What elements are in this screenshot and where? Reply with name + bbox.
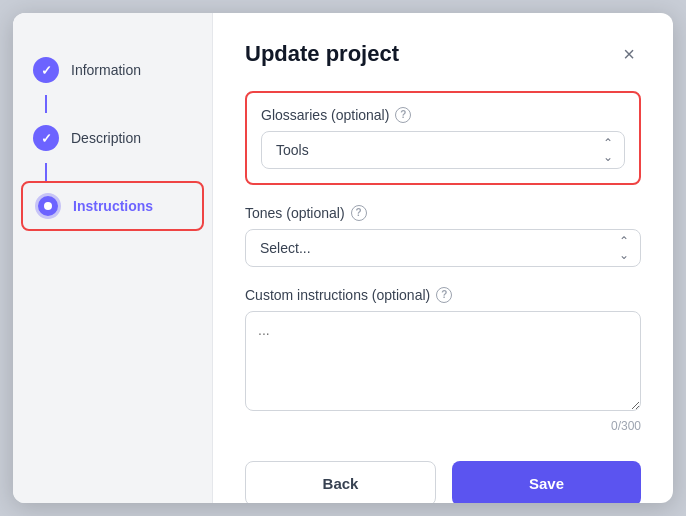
custom-instructions-section: Custom instructions (optional) ? 0/300	[245, 287, 641, 433]
sidebar-item-instructions[interactable]: Instructions	[21, 181, 204, 231]
sidebar-label-description: Description	[71, 130, 141, 146]
tones-label-text: Tones (optional)	[245, 205, 345, 221]
glossaries-label-text: Glossaries (optional)	[261, 107, 389, 123]
step-connector-1	[45, 95, 47, 113]
tones-select[interactable]: Select...	[245, 229, 641, 267]
sidebar-item-description[interactable]: ✓ Description	[13, 113, 212, 163]
main-content: Update project × Glossaries (optional) ?…	[213, 13, 673, 503]
glossaries-help-icon[interactable]: ?	[395, 107, 411, 123]
modal-footer: Back Save	[245, 453, 641, 503]
glossaries-select-wrapper: Tools ⌃⌄	[261, 131, 625, 169]
close-button[interactable]: ×	[617, 42, 641, 66]
step-connector-2	[45, 163, 47, 181]
tones-label: Tones (optional) ?	[245, 205, 641, 221]
modal-header: Update project ×	[245, 41, 641, 67]
step-icon-instructions	[35, 193, 61, 219]
custom-instructions-label: Custom instructions (optional) ?	[245, 287, 641, 303]
glossaries-section: Glossaries (optional) ? Tools ⌃⌄	[245, 91, 641, 185]
glossaries-label: Glossaries (optional) ?	[261, 107, 625, 123]
custom-instructions-label-text: Custom instructions (optional)	[245, 287, 430, 303]
glossaries-select[interactable]: Tools	[261, 131, 625, 169]
sidebar: ✓ Information ✓ Description Instructions	[13, 13, 213, 503]
sidebar-label-instructions: Instructions	[73, 198, 153, 214]
tones-section: Tones (optional) ? Select... ⌃⌄	[245, 205, 641, 267]
sidebar-item-information[interactable]: ✓ Information	[13, 45, 212, 95]
sidebar-label-information: Information	[71, 62, 141, 78]
tones-help-icon[interactable]: ?	[351, 205, 367, 221]
tones-select-wrapper: Select... ⌃⌄	[245, 229, 641, 267]
save-button[interactable]: Save	[452, 461, 641, 503]
custom-instructions-help-icon[interactable]: ?	[436, 287, 452, 303]
back-button[interactable]: Back	[245, 461, 436, 503]
modal-title: Update project	[245, 41, 399, 67]
char-count: 0/300	[245, 419, 641, 433]
step-icon-description: ✓	[33, 125, 59, 151]
step-icon-information: ✓	[33, 57, 59, 83]
custom-instructions-textarea[interactable]	[245, 311, 641, 411]
modal: ✓ Information ✓ Description Instructions…	[13, 13, 673, 503]
